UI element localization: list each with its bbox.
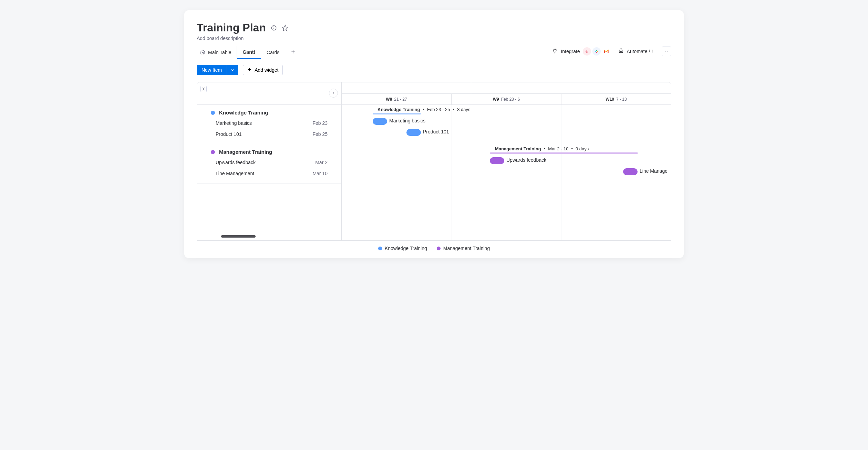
legend-label: Knowledge Training: [385, 246, 427, 251]
legend-item: Management Training: [437, 246, 490, 251]
week-range: 21 - 27: [394, 97, 407, 102]
integration-pill-icon: ☺: [583, 47, 591, 56]
task-bar-label: Upwards feedback: [506, 157, 546, 163]
gantt-container: Knowledge Training Marketing basics Feb …: [197, 82, 671, 241]
header-row: Training Plan: [197, 21, 671, 34]
week-number: W10: [606, 97, 614, 102]
group-header[interactable]: Knowledge Training: [197, 105, 341, 118]
list-item[interactable]: Line Management Mar 10: [197, 168, 341, 179]
right-tools: Integrate ☺ Automate / 1: [552, 47, 671, 58]
list-item[interactable]: Product 101 Feb 25: [197, 129, 341, 140]
tab-main-table[interactable]: Main Table: [197, 46, 237, 59]
collapse-panel-button[interactable]: [329, 89, 338, 98]
list-item[interactable]: Upwards feedback Mar 2: [197, 157, 341, 168]
item-name: Upwards feedback: [216, 160, 256, 165]
item-name: Marketing basics: [216, 120, 252, 126]
favorite-star-icon[interactable]: [282, 24, 289, 31]
bullet: •: [571, 146, 573, 151]
summary-duration: 3 days: [457, 107, 470, 112]
collapse-toolbar-button[interactable]: [662, 47, 671, 56]
plus-icon: [247, 67, 252, 73]
page-title: Training Plan: [197, 21, 266, 34]
summary-name: Management Training: [495, 146, 541, 151]
svg-point-12: [621, 51, 622, 52]
toolbar: Main Table Gantt Cards Integrate ☺: [197, 46, 671, 59]
svg-rect-7: [597, 51, 598, 52]
tab-label: Gantt: [242, 49, 255, 55]
plug-icon: [552, 48, 558, 55]
task-bar[interactable]: [406, 129, 421, 136]
legend-dot-icon: [437, 247, 441, 250]
svg-rect-10: [619, 50, 623, 53]
automate-button[interactable]: Automate / 1: [618, 48, 654, 55]
info-icon[interactable]: [271, 25, 277, 31]
legend-dot-icon: [378, 247, 382, 250]
robot-icon: [618, 48, 624, 55]
summary-range: Mar 2 - 10: [548, 146, 568, 151]
group-summary-bar[interactable]: [490, 152, 638, 154]
group-color-dot: [211, 150, 215, 154]
bullet: •: [453, 107, 455, 112]
add-widget-button[interactable]: Add widget: [243, 65, 283, 75]
month-separator: [471, 82, 471, 93]
summary-name: Knowledge Training: [378, 107, 420, 112]
integrate-label: Integrate: [561, 49, 580, 54]
group-summary-bar[interactable]: [373, 113, 421, 114]
add-widget-label: Add widget: [255, 67, 278, 73]
week-range: 7 - 13: [616, 97, 627, 102]
task-bar[interactable]: [490, 157, 504, 164]
svg-point-14: [621, 48, 621, 49]
task-bar[interactable]: [623, 168, 638, 175]
new-item-split-button: New Item: [197, 65, 238, 75]
task-bar-label: Line Management: [640, 168, 667, 174]
integrate-button[interactable]: Integrate ☺: [552, 47, 610, 56]
group-knowledge-training: Knowledge Training Marketing basics Feb …: [197, 105, 341, 144]
timeline-header-weeks: W8 21 - 27 W9 Feb 28 - 6 W10 7 - 13: [342, 94, 671, 105]
svg-rect-9: [596, 52, 597, 53]
new-item-dropdown[interactable]: [227, 65, 238, 75]
integration-gmail-icon: [602, 47, 610, 56]
tab-cards[interactable]: Cards: [261, 46, 285, 59]
horizontal-scrollbar-thumb[interactable]: [221, 235, 256, 238]
new-item-button[interactable]: New Item: [197, 65, 227, 75]
week-range: Feb 28 - 6: [501, 97, 520, 102]
item-date: Mar 2: [315, 160, 328, 165]
expand-collapse-all-button[interactable]: [200, 86, 207, 92]
task-bar-label: Marketing basics: [389, 118, 425, 123]
left-panel-header: [197, 82, 341, 105]
group-summary-label: Knowledge Training • Feb 23 - 25 • 3 day…: [378, 107, 470, 112]
task-bar-label: Product 101: [423, 129, 449, 134]
group-summary-label: Management Training • Mar 2 - 10 • 9 day…: [495, 146, 589, 151]
list-item[interactable]: Marketing basics Feb 23: [197, 118, 341, 129]
group-header[interactable]: Management Training: [197, 144, 341, 157]
week-header: W9 Feb 28 - 6: [452, 94, 561, 104]
item-date: Feb 23: [312, 120, 328, 126]
group-color-dot: [211, 111, 215, 115]
week-header: W8 21 - 27: [342, 94, 452, 104]
add-view-button[interactable]: [285, 46, 301, 59]
gridline: [561, 105, 561, 240]
group-management-training: Management Training Upwards feedback Mar…: [197, 144, 341, 183]
integration-icons: ☺: [583, 47, 610, 56]
group-name: Knowledge Training: [219, 110, 268, 116]
gantt-timeline[interactable]: W8 21 - 27 W9 Feb 28 - 6 W10 7 - 13 Know…: [342, 82, 671, 240]
summary-duration: 9 days: [576, 146, 589, 151]
task-bar[interactable]: [373, 118, 387, 125]
week-number: W8: [386, 97, 392, 102]
board-description[interactable]: Add board description: [197, 36, 671, 41]
home-icon: [200, 49, 205, 56]
bullet: •: [544, 146, 546, 151]
bullet: •: [423, 107, 425, 112]
automate-label: Automate / 1: [627, 49, 654, 54]
item-date: Feb 25: [312, 131, 328, 137]
summary-range: Feb 23 - 25: [427, 107, 450, 112]
legend-item: Knowledge Training: [378, 246, 427, 251]
item-name: Line Management: [216, 171, 254, 176]
svg-rect-8: [596, 50, 597, 51]
tab-gantt[interactable]: Gantt: [237, 46, 261, 59]
timeline-body: Knowledge Training • Feb 23 - 25 • 3 day…: [342, 105, 671, 240]
legend-label: Management Training: [443, 246, 490, 251]
group-name: Management Training: [219, 149, 272, 155]
tab-label: Main Table: [208, 50, 231, 55]
item-date: Mar 10: [312, 171, 328, 176]
